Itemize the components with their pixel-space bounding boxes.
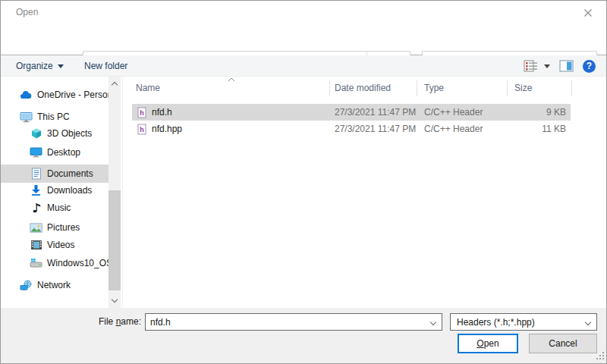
sidebar-item-label: 3D Objects xyxy=(47,128,92,139)
sidebar-item-label: Desktop xyxy=(47,147,80,158)
column-header-type[interactable]: Type xyxy=(424,83,444,93)
scrollbar-thumb[interactable] xyxy=(109,190,121,290)
organize-label: Organize xyxy=(16,61,53,71)
network-icon xyxy=(20,279,33,291)
svg-text:h: h xyxy=(140,126,144,133)
views-button[interactable] xyxy=(524,60,550,72)
computer-icon xyxy=(20,111,33,123)
cancel-button[interactable]: Cancel xyxy=(529,334,597,353)
chevron-down-icon xyxy=(430,319,436,325)
cancel-label: Cancel xyxy=(549,338,577,349)
title-bar: Open xyxy=(1,1,606,24)
preview-pane-button[interactable] xyxy=(559,60,574,72)
new-folder-button[interactable]: New folder xyxy=(80,55,132,77)
pictures-icon xyxy=(30,221,42,234)
sidebar-scrollbar[interactable] xyxy=(109,77,121,308)
file-list: Name Date modified Type Size h nfd.h 27/… xyxy=(130,77,606,308)
open-file-dialog: Open « GitHub › nativefiledialog › xyxy=(0,0,607,364)
onedrive-cloud-icon xyxy=(20,89,33,101)
file-type-value: Headers (*.h;*.hpp) xyxy=(457,317,535,328)
sidebar-item-this-pc[interactable]: This PC xyxy=(1,108,109,126)
file-name: nfd.hpp xyxy=(152,124,182,134)
chevron-down-icon xyxy=(58,64,64,68)
scroll-up-icon[interactable] xyxy=(112,82,118,88)
header-file-icon: h xyxy=(137,107,146,118)
resize-grip[interactable] xyxy=(595,352,604,361)
sidebar-item-label: Music xyxy=(47,202,71,213)
file-type-select[interactable]: Headers (*.h;*.hpp) xyxy=(450,313,597,331)
footer-bar: File name: nfd.h Headers (*.h;*.hpp) Ope… xyxy=(1,308,606,363)
svg-text:h: h xyxy=(140,109,144,117)
column-divider[interactable] xyxy=(329,80,330,96)
sidebar-item-label: OneDrive - Person xyxy=(37,89,109,100)
documents-icon xyxy=(30,168,42,180)
column-header-row: Name Date modified Type Size xyxy=(130,77,606,99)
chevron-down-icon xyxy=(544,64,550,68)
help-icon: ? xyxy=(583,60,596,73)
file-date: 27/3/2021 11:47 PM xyxy=(335,104,417,121)
sort-ascending-icon xyxy=(228,77,235,82)
sidebar-item-documents[interactable]: Documents xyxy=(1,165,109,183)
preview-pane-icon xyxy=(559,60,574,72)
sidebar-item-label: Network xyxy=(37,280,71,290)
file-name: nfd.h xyxy=(152,107,172,118)
help-button[interactable]: ? xyxy=(583,60,596,73)
drive-icon xyxy=(30,257,42,269)
column-header-size[interactable]: Size xyxy=(514,83,532,93)
column-divider[interactable] xyxy=(507,80,508,96)
downloads-icon xyxy=(30,184,42,196)
navigation-sidebar: OneDrive - Person This PC 3D Objects Des… xyxy=(1,77,122,308)
sidebar-item-music[interactable]: Music xyxy=(1,199,109,217)
file-row-nfd-hpp[interactable]: h nfd.hpp 27/3/2021 11:47 PM C/C++ Heade… xyxy=(132,121,571,137)
sidebar-item-windows-drive[interactable]: Windows10_OS ( xyxy=(1,254,109,272)
scroll-down-icon[interactable] xyxy=(112,297,118,303)
file-date: 27/3/2021 11:47 PM xyxy=(335,121,417,137)
close-button[interactable] xyxy=(577,4,599,22)
sidebar-item-desktop[interactable]: Desktop xyxy=(1,143,109,162)
file-row-nfd-h[interactable]: h nfd.h 27/3/2021 11:47 PM C/C++ Header … xyxy=(132,104,571,121)
sidebar-divider xyxy=(122,77,123,308)
column-header-date[interactable]: Date modified xyxy=(335,83,391,93)
content-area: OneDrive - Person This PC 3D Objects Des… xyxy=(1,77,606,308)
videos-icon xyxy=(30,239,42,251)
open-button[interactable]: Open xyxy=(458,334,518,353)
sidebar-item-label: Documents xyxy=(47,168,93,179)
sidebar-item-label: Windows10_OS ( xyxy=(47,258,109,268)
music-icon xyxy=(30,202,42,214)
3d-cube-icon xyxy=(30,127,42,140)
file-name-value: nfd.h xyxy=(150,317,171,328)
sidebar-item-onedrive[interactable]: OneDrive - Person xyxy=(1,86,109,104)
sidebar-item-videos[interactable]: Videos xyxy=(1,236,109,254)
sidebar-item-label: Videos xyxy=(47,240,74,250)
column-divider[interactable] xyxy=(571,80,572,96)
file-size: 9 KB xyxy=(436,104,566,121)
desktop-icon xyxy=(30,146,42,158)
navigation-bar: « GitHub › nativefiledialog › src › incl… xyxy=(1,24,606,55)
header-file-icon: h xyxy=(137,124,146,135)
new-folder-label: New folder xyxy=(84,61,127,71)
column-header-name[interactable]: Name xyxy=(136,83,160,93)
file-name-label: File name: xyxy=(46,316,141,327)
sidebar-item-label: Downloads xyxy=(47,185,92,196)
close-icon xyxy=(583,8,593,17)
file-size: 11 KB xyxy=(436,121,566,137)
command-toolbar: Organize New folder ? xyxy=(1,55,606,77)
sidebar-item-label: Pictures xyxy=(47,222,80,233)
sidebar-item-downloads[interactable]: Downloads xyxy=(1,181,109,199)
sidebar-item-pictures[interactable]: Pictures xyxy=(1,218,109,237)
organize-button[interactable]: Organize xyxy=(11,55,68,77)
file-name-input[interactable]: nfd.h xyxy=(145,313,442,331)
column-divider[interactable] xyxy=(417,80,417,96)
details-view-icon xyxy=(524,60,539,72)
dialog-title: Open xyxy=(16,7,38,17)
sidebar-item-3d-objects[interactable]: 3D Objects xyxy=(1,124,109,143)
sidebar-item-network[interactable]: Network xyxy=(1,276,109,294)
chevron-down-icon xyxy=(585,319,591,325)
sidebar-item-label: This PC xyxy=(37,111,70,122)
